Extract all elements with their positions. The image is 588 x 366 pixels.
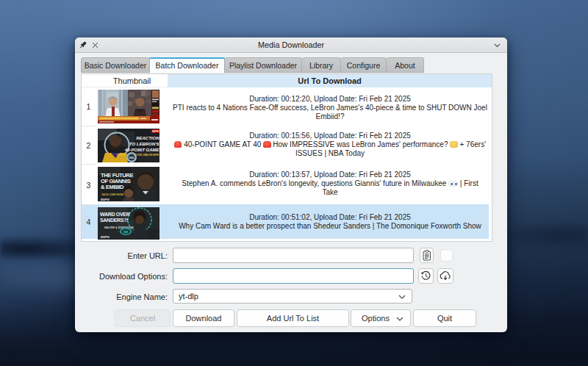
svg-text:& EMBIID: & EMBIID: [101, 184, 124, 190]
svg-text:NBA: NBA: [129, 157, 135, 159]
svg-text:FIRST TAKE REACTION | NBA ON E: FIRST TAKE REACTION | NBA ON ESPN: [117, 153, 159, 156]
svg-text:TO LEBRON'S: TO LEBRON'S: [129, 141, 159, 146]
svg-text:ESPN: ESPN: [101, 235, 110, 239]
svg-text:SANDERS?!: SANDERS?!: [100, 217, 128, 222]
svg-text:ESPN: ESPN: [152, 129, 159, 132]
svg-text:WALTER & DOMONIQUE: WALTER & DOMONIQUE: [104, 226, 134, 229]
svg-text:ESPN: ESPN: [101, 198, 110, 201]
svg-text:ZACH LOWE SHOW: ZACH LOWE SHOW: [101, 193, 123, 196]
svg-text:REACTION: REACTION: [136, 135, 159, 140]
svg-text:WARD OVER: WARD OVER: [100, 211, 130, 216]
svg-text:SZN: SZN: [123, 230, 128, 233]
svg-text:40-POINT GAME: 40-POINT GAME: [124, 147, 159, 151]
